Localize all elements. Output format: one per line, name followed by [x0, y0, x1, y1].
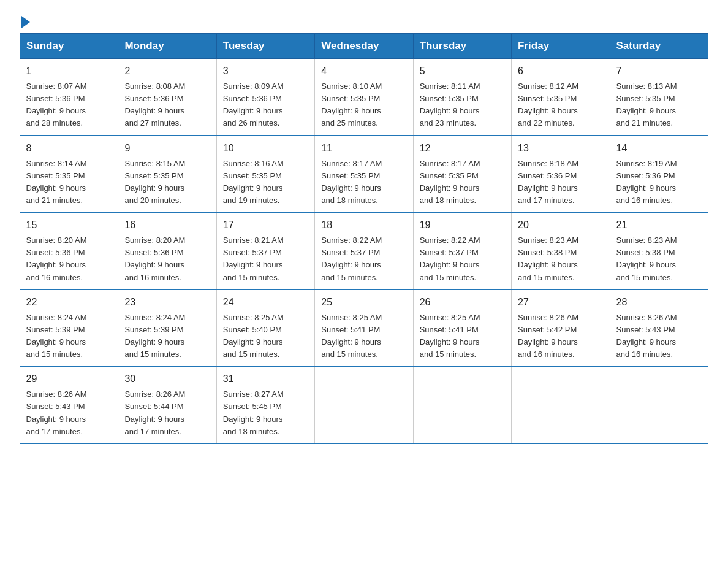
calendar-day-cell: 5Sunrise: 8:11 AMSunset: 5:35 PMDaylight… — [413, 59, 511, 136]
calendar-day-cell: 29Sunrise: 8:26 AMSunset: 5:43 PMDayligh… — [20, 366, 118, 443]
day-info: Sunrise: 8:25 AMSunset: 5:40 PMDaylight:… — [223, 312, 308, 361]
calendar-day-cell: 8Sunrise: 8:14 AMSunset: 5:35 PMDaylight… — [20, 136, 118, 213]
day-number: 2 — [124, 64, 210, 79]
calendar-day-cell: 17Sunrise: 8:21 AMSunset: 5:37 PMDayligh… — [216, 212, 314, 289]
header-saturday: Saturday — [610, 34, 708, 59]
day-info: Sunrise: 8:20 AMSunset: 5:36 PMDaylight:… — [26, 234, 112, 284]
day-info: Sunrise: 8:25 AMSunset: 5:41 PMDaylight:… — [420, 312, 505, 361]
calendar-table: Sunday Monday Tuesday Wednesday Thursday… — [20, 33, 708, 444]
day-number: 7 — [616, 64, 702, 79]
day-info: Sunrise: 8:13 AMSunset: 5:35 PMDaylight:… — [616, 80, 702, 130]
day-info: Sunrise: 8:09 AMSunset: 5:36 PMDaylight:… — [223, 80, 308, 130]
day-number: 20 — [518, 218, 603, 232]
header-thursday: Thursday — [413, 34, 511, 59]
calendar-week-row: 22Sunrise: 8:24 AMSunset: 5:39 PMDayligh… — [20, 289, 708, 367]
day-number: 6 — [518, 64, 603, 79]
calendar-day-cell: 3Sunrise: 8:09 AMSunset: 5:36 PMDaylight… — [216, 59, 314, 136]
day-number: 27 — [518, 295, 603, 310]
calendar-day-cell: 21Sunrise: 8:23 AMSunset: 5:38 PMDayligh… — [610, 212, 708, 289]
calendar-day-cell: 28Sunrise: 8:26 AMSunset: 5:43 PMDayligh… — [610, 289, 708, 367]
calendar-day-cell: 13Sunrise: 8:18 AMSunset: 5:36 PMDayligh… — [512, 136, 610, 213]
day-info: Sunrise: 8:18 AMSunset: 5:36 PMDaylight:… — [518, 158, 603, 207]
day-number: 4 — [321, 64, 406, 79]
day-number: 3 — [223, 64, 308, 79]
day-info: Sunrise: 8:23 AMSunset: 5:38 PMDaylight:… — [616, 234, 702, 284]
calendar-week-row: 29Sunrise: 8:26 AMSunset: 5:43 PMDayligh… — [20, 366, 708, 443]
header-wednesday: Wednesday — [315, 34, 413, 59]
day-number: 31 — [223, 372, 308, 386]
day-number: 23 — [124, 295, 210, 310]
header-tuesday: Tuesday — [216, 34, 314, 59]
calendar-day-cell — [512, 366, 610, 443]
day-info: Sunrise: 8:27 AMSunset: 5:45 PMDaylight:… — [223, 388, 308, 438]
day-info: Sunrise: 8:24 AMSunset: 5:39 PMDaylight:… — [26, 312, 112, 361]
day-number: 19 — [420, 218, 505, 232]
calendar-day-cell — [610, 366, 708, 443]
day-info: Sunrise: 8:20 AMSunset: 5:36 PMDaylight:… — [124, 234, 210, 284]
day-info: Sunrise: 8:08 AMSunset: 5:36 PMDaylight:… — [124, 80, 210, 130]
day-info: Sunrise: 8:17 AMSunset: 5:35 PMDaylight:… — [420, 158, 505, 207]
day-info: Sunrise: 8:19 AMSunset: 5:36 PMDaylight:… — [616, 158, 702, 207]
page-header — [20, 15, 708, 26]
calendar-day-cell: 20Sunrise: 8:23 AMSunset: 5:38 PMDayligh… — [512, 212, 610, 289]
day-info: Sunrise: 8:26 AMSunset: 5:43 PMDaylight:… — [26, 388, 112, 438]
calendar-day-cell: 11Sunrise: 8:17 AMSunset: 5:35 PMDayligh… — [315, 136, 413, 213]
day-number: 8 — [26, 141, 112, 156]
day-number: 25 — [321, 295, 406, 310]
day-info: Sunrise: 8:26 AMSunset: 5:44 PMDaylight:… — [124, 388, 210, 438]
day-number: 11 — [321, 141, 406, 156]
day-number: 29 — [26, 372, 112, 386]
day-info: Sunrise: 8:21 AMSunset: 5:37 PMDaylight:… — [223, 234, 308, 284]
day-number: 13 — [518, 141, 603, 156]
calendar-day-cell: 7Sunrise: 8:13 AMSunset: 5:35 PMDaylight… — [610, 59, 708, 136]
day-number: 21 — [616, 218, 702, 232]
day-number: 5 — [420, 64, 505, 79]
day-info: Sunrise: 8:24 AMSunset: 5:39 PMDaylight:… — [124, 312, 210, 361]
day-info: Sunrise: 8:14 AMSunset: 5:35 PMDaylight:… — [26, 158, 112, 207]
day-info: Sunrise: 8:25 AMSunset: 5:41 PMDaylight:… — [321, 312, 406, 361]
day-info: Sunrise: 8:26 AMSunset: 5:42 PMDaylight:… — [518, 312, 603, 361]
day-info: Sunrise: 8:16 AMSunset: 5:35 PMDaylight:… — [223, 158, 308, 207]
calendar-day-cell: 9Sunrise: 8:15 AMSunset: 5:35 PMDaylight… — [118, 136, 216, 213]
day-info: Sunrise: 8:22 AMSunset: 5:37 PMDaylight:… — [420, 234, 505, 284]
day-info: Sunrise: 8:11 AMSunset: 5:35 PMDaylight:… — [420, 80, 505, 130]
day-info: Sunrise: 8:15 AMSunset: 5:35 PMDaylight:… — [124, 158, 210, 207]
calendar-week-row: 8Sunrise: 8:14 AMSunset: 5:35 PMDaylight… — [20, 136, 708, 213]
day-number: 28 — [616, 295, 702, 310]
header-sunday: Sunday — [20, 34, 118, 59]
header-monday: Monday — [118, 34, 216, 59]
calendar-day-cell: 18Sunrise: 8:22 AMSunset: 5:37 PMDayligh… — [315, 212, 413, 289]
day-info: Sunrise: 8:12 AMSunset: 5:35 PMDaylight:… — [518, 80, 603, 130]
day-number: 10 — [223, 141, 308, 156]
calendar-day-cell: 4Sunrise: 8:10 AMSunset: 5:35 PMDaylight… — [315, 59, 413, 136]
weekday-header-row: Sunday Monday Tuesday Wednesday Thursday… — [20, 34, 708, 59]
calendar-day-cell: 6Sunrise: 8:12 AMSunset: 5:35 PMDaylight… — [512, 59, 610, 136]
calendar-day-cell: 12Sunrise: 8:17 AMSunset: 5:35 PMDayligh… — [413, 136, 511, 213]
calendar-day-cell: 2Sunrise: 8:08 AMSunset: 5:36 PMDaylight… — [118, 59, 216, 136]
day-number: 26 — [420, 295, 505, 310]
day-info: Sunrise: 8:22 AMSunset: 5:37 PMDaylight:… — [321, 234, 406, 284]
day-number: 18 — [321, 218, 406, 232]
calendar-day-cell: 10Sunrise: 8:16 AMSunset: 5:35 PMDayligh… — [216, 136, 314, 213]
calendar-week-row: 1Sunrise: 8:07 AMSunset: 5:36 PMDaylight… — [20, 59, 708, 136]
calendar-day-cell: 31Sunrise: 8:27 AMSunset: 5:45 PMDayligh… — [216, 366, 314, 443]
calendar-day-cell: 23Sunrise: 8:24 AMSunset: 5:39 PMDayligh… — [118, 289, 216, 367]
day-number: 30 — [124, 372, 210, 386]
day-number: 1 — [26, 64, 112, 79]
day-number: 14 — [616, 141, 702, 156]
logo-arrow-icon — [21, 16, 30, 28]
calendar-day-cell: 25Sunrise: 8:25 AMSunset: 5:41 PMDayligh… — [315, 289, 413, 367]
calendar-day-cell: 19Sunrise: 8:22 AMSunset: 5:37 PMDayligh… — [413, 212, 511, 289]
day-number: 22 — [26, 295, 112, 310]
calendar-day-cell: 1Sunrise: 8:07 AMSunset: 5:36 PMDaylight… — [20, 59, 118, 136]
logo — [20, 15, 30, 26]
day-number: 16 — [124, 218, 210, 232]
day-number: 17 — [223, 218, 308, 232]
calendar-day-cell: 27Sunrise: 8:26 AMSunset: 5:42 PMDayligh… — [512, 289, 610, 367]
header-friday: Friday — [512, 34, 610, 59]
day-number: 9 — [124, 141, 210, 156]
day-info: Sunrise: 8:10 AMSunset: 5:35 PMDaylight:… — [321, 80, 406, 130]
day-info: Sunrise: 8:17 AMSunset: 5:35 PMDaylight:… — [321, 158, 406, 207]
calendar-day-cell: 14Sunrise: 8:19 AMSunset: 5:36 PMDayligh… — [610, 136, 708, 213]
day-number: 12 — [420, 141, 505, 156]
